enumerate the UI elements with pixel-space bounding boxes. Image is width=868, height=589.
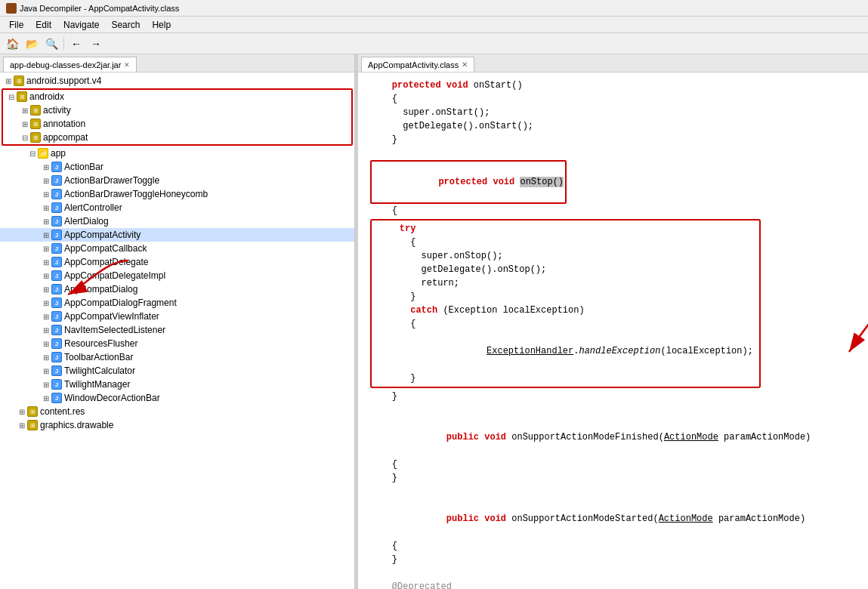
tree-item-content-res[interactable]: ⊞ ⊞ content.res — [0, 405, 354, 418]
code-area[interactable]: protected void onStart() { super.onStart… — [358, 72, 868, 589]
menu-bar: File Edit Navigate Search Help — [0, 17, 868, 33]
title-bar: Java Decompiler - AppCompatActivity.clas… — [0, 0, 868, 17]
tree-item-appcompat[interactable]: ⊟ ⊞ appcompat — [3, 131, 351, 144]
tree-item-AlertDialog[interactable]: ⊞ J AlertDialog — [0, 214, 354, 228]
code-tab-close[interactable]: ✕ — [462, 60, 468, 69]
item-label-ActionBar: ActionBar — [64, 162, 103, 172]
panels: app-debug-classes-dex2jar.jar ✕ ⊞ ⊞ andr… — [0, 54, 868, 589]
tree-item-AppCompatDelegate[interactable]: ⊞ J AppCompatDelegate — [0, 255, 354, 269]
tree-item-android-v4[interactable]: ⊞ ⊞ android.support.v4 — [0, 74, 354, 88]
tree-item-graphics-drawable[interactable]: ⊞ ⊞ graphics.drawable — [0, 418, 354, 432]
item-label-ActionBarDrawerToggleHoneycomb: ActionBarDrawerToggleHoneycomb — [64, 189, 208, 199]
left-panel: app-debug-classes-dex2jar.jar ✕ ⊞ ⊞ andr… — [0, 54, 355, 589]
forward-button[interactable]: → — [87, 35, 105, 53]
menu-edit[interactable]: Edit — [29, 18, 57, 32]
tree-item-AppCompatViewInflater[interactable]: ⊞ J AppCompatViewInflater — [0, 310, 354, 323]
expand-icon-androidx: ⊟ — [6, 91, 17, 102]
class-icon-TwilightManager: J — [51, 379, 62, 390]
back-button[interactable]: ← — [67, 35, 85, 53]
code-line: { — [378, 236, 753, 249]
tree-item-AppCompatCallback[interactable]: ⊞ J AppCompatCallback — [0, 242, 354, 255]
item-label-ToolbarActionBar: ToolbarActionBar — [64, 352, 133, 362]
expand-icon-TwilightManager: ⊞ — [41, 379, 51, 390]
home-button[interactable]: 🏠 — [3, 35, 21, 53]
tree-item-TwilightCalculator[interactable]: ⊞ J TwilightCalculator — [0, 364, 354, 378]
code-line-catch: catch (Exception localException) — [378, 304, 753, 317]
item-label-app: app — [51, 148, 66, 159]
toolbar-separator — [63, 37, 64, 51]
class-icon-AppCompatActivity: J — [51, 230, 62, 240]
tree-item-ActionBar[interactable]: ⊞ J ActionBar — [0, 160, 354, 174]
code-line: { — [370, 539, 856, 553]
item-label-TwilightManager: TwilightManager — [64, 379, 130, 390]
expand-icon-ActionBarDrawerToggle: ⊞ — [41, 175, 51, 186]
jar-tab-close[interactable]: ✕ — [124, 61, 130, 69]
pkg-icon-androidx: ⊞ — [17, 91, 27, 102]
tree-item-androidx[interactable]: ⊟ ⊞ androidx — [3, 90, 351, 103]
item-label-androidx: androidx — [29, 91, 64, 102]
item-label-AppCompatCallback: AppCompatCallback — [64, 243, 147, 254]
class-icon-NavItemSelectedListener: J — [51, 325, 62, 335]
right-panel: AppCompatActivity.class ✕ protected void… — [358, 54, 868, 589]
tree-item-ActionBarDrawerToggleHoneycomb[interactable]: ⊞ J ActionBarDrawerToggleHoneycomb — [0, 187, 354, 201]
item-label-AlertDialog: AlertDialog — [64, 216, 109, 227]
jar-tab[interactable]: app-debug-classes-dex2jar.jar ✕ — [3, 57, 137, 72]
try-catch-box: try { super.onStop(); getDelegate().onSt… — [370, 219, 761, 388]
tree-item-AppCompatActivity[interactable]: ⊞ J AppCompatActivity — [0, 228, 354, 242]
expand-icon-activity: ⊞ — [20, 105, 30, 116]
tree-item-ToolbarActionBar[interactable]: ⊞ J ToolbarActionBar — [0, 350, 354, 364]
code-line — [370, 403, 856, 417]
tree-item-annotation[interactable]: ⊞ ⊞ annotation — [3, 117, 351, 131]
item-label-graphics-drawable: graphics.drawable — [40, 420, 113, 430]
code-line: } — [370, 471, 856, 485]
menu-navigate[interactable]: Navigate — [57, 18, 105, 32]
jar-tab-label: app-debug-classes-dex2jar.jar — [10, 60, 121, 69]
tree-item-AppCompatDialogFragment[interactable]: ⊞ J AppCompatDialogFragment — [0, 296, 354, 310]
class-icon-AppCompatCallback: J — [51, 243, 62, 254]
expand-icon-TwilightCalculator: ⊞ — [41, 365, 51, 376]
folder-icon-app: 📁 — [38, 148, 48, 159]
code-line: super.onStop(); — [378, 249, 753, 263]
menu-search[interactable]: Search — [105, 18, 146, 32]
code-tab-AppCompatActivity[interactable]: AppCompatActivity.class ✕ — [361, 57, 474, 72]
code-line: getDelegate().onStart(); — [370, 119, 856, 133]
menu-help[interactable]: Help — [146, 18, 177, 32]
tree-item-ActionBarDrawerToggle[interactable]: ⊞ J ActionBarDrawerToggle — [0, 174, 354, 187]
class-icon-TwilightCalculator: J — [51, 365, 62, 376]
left-tab-bar: app-debug-classes-dex2jar.jar ✕ — [0, 54, 354, 72]
item-label-WindowDecorActionBar: WindowDecorActionBar — [64, 393, 160, 403]
item-label-AppCompatDialog: AppCompatDialog — [64, 284, 137, 294]
tree-item-activity[interactable]: ⊞ ⊞ activity — [3, 103, 351, 117]
tree-item-TwilightManager[interactable]: ⊞ J TwilightManager — [0, 378, 354, 391]
tree-item-AppCompatActivity-wrapper: ⊞ J AppCompatActivity — [0, 228, 354, 242]
expand-icon-AlertController: ⊞ — [41, 202, 51, 213]
search-button[interactable]: 🔍 — [42, 35, 60, 53]
item-label-content-res: content.res — [40, 406, 85, 417]
pkg-icon-content-res: ⊞ — [27, 406, 38, 417]
item-label-TwilightCalculator: TwilightCalculator — [64, 365, 135, 376]
tree-item-AlertController[interactable]: ⊞ J AlertController — [0, 201, 354, 214]
pkg-icon-appcompat: ⊞ — [30, 132, 41, 143]
tree-area[interactable]: ⊞ ⊞ android.support.v4 ⊟ ⊞ androidx ⊞ — [0, 72, 354, 589]
androidx-red-section: ⊟ ⊞ androidx ⊞ ⊞ activity ⊞ ⊞ annotati — [2, 88, 353, 146]
code-line — [370, 485, 856, 498]
tree-item-ResourcesFlusher[interactable]: ⊞ J ResourcesFlusher — [0, 337, 354, 350]
class-icon-ToolbarActionBar: J — [51, 352, 62, 362]
item-label-activity: activity — [43, 105, 71, 116]
tree-item-NavItemSelectedListener[interactable]: ⊞ J NavItemSelectedListener — [0, 323, 354, 337]
class-icon-AppCompatDelegate: J — [51, 257, 62, 267]
expand-icon-annotation: ⊞ — [20, 119, 30, 129]
code-line: super.onStart(); — [370, 106, 856, 119]
code-line: } — [370, 553, 856, 566]
expand-icon-content-res: ⊞ — [17, 406, 27, 417]
tree-item-AppCompatDialog[interactable]: ⊞ J AppCompatDialog — [0, 282, 354, 296]
open-button[interactable]: 📂 — [23, 35, 41, 53]
menu-file[interactable]: File — [3, 18, 29, 32]
tree-item-app[interactable]: ⊟ 📁 app — [0, 146, 354, 160]
tree-item-WindowDecorActionBar[interactable]: ⊞ J WindowDecorActionBar — [0, 391, 354, 405]
pkg-icon: ⊞ — [14, 76, 24, 86]
tree-item-AppCompatDelegateImpl[interactable]: ⊞ J AppCompatDelegateImpl — [0, 269, 354, 282]
toolbar: 🏠 📂 🔍 ← → — [0, 33, 868, 54]
pkg-icon-annotation: ⊞ — [30, 119, 41, 129]
code-line: { — [370, 92, 856, 106]
